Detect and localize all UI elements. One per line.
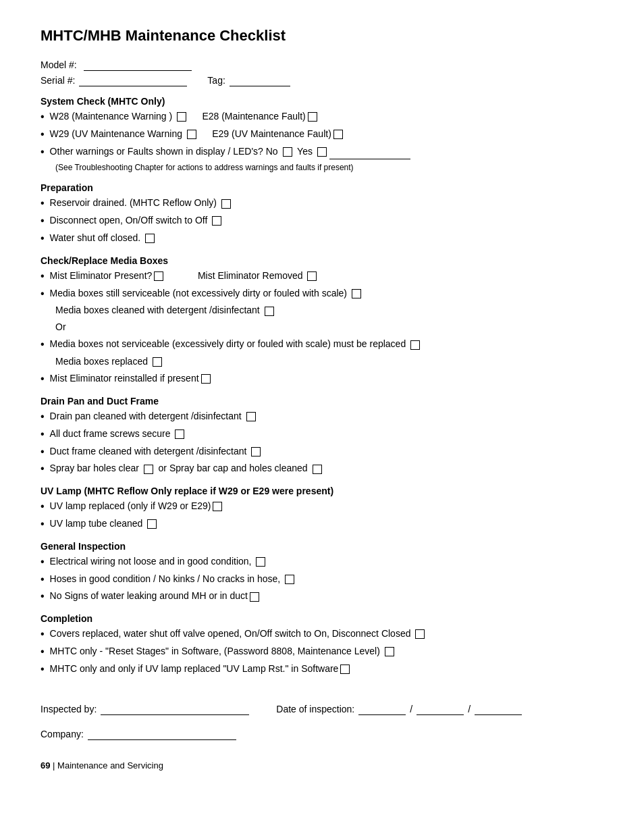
checkbox-w29[interactable] [187,130,196,139]
tag-field: Tag: [207,75,290,86]
preparation-list: • Reservoir drained. (MHTC Reflow Only) … [41,196,603,245]
item-content: MHTC only - "Reset Stages" in Software, … [50,644,603,658]
list-item: • Other warnings or Faults shown in disp… [41,145,603,159]
item-content: MHTC only and only if UV lamp replaced "… [50,662,603,676]
bullet-dot: • [41,645,45,659]
checkbox[interactable] [385,647,394,656]
item-content: Electrical wiring not loose and in good … [50,554,603,569]
checkbox[interactable] [313,465,322,474]
bullet-dot: • [41,110,45,124]
checkbox-w28[interactable] [177,112,186,122]
bullet-dot: • [41,555,45,569]
checkbox[interactable] [285,575,294,584]
checkbox-e29[interactable] [333,130,343,139]
tag-label: Tag: [207,75,225,86]
completion-list: • Covers replaced, water shut off valve … [41,627,603,676]
bullet-dot: • [41,197,45,211]
checkbox[interactable] [153,357,162,367]
checkbox[interactable] [410,340,420,350]
footer: Inspected by: Date of inspection: / / Co… [41,704,603,740]
system-check-list: • W28 (Maintenance Warning ) E28 (Mainte… [41,109,603,159]
item-content: W28 (Maintenance Warning ) E28 (Maintena… [50,109,603,124]
checkbox[interactable] [250,592,259,602]
item-content: Mist Eliminator Present? Mist Eliminator… [50,269,603,283]
page-number: 69 [41,760,50,771]
checkbox[interactable] [256,557,265,567]
company-field: Company: [41,729,603,740]
model-underline[interactable] [84,59,192,71]
list-item: • No Signs of water leaking around MH or… [41,589,603,604]
date-part2[interactable] [417,704,464,715]
item-content: Media boxes still serviceable (not exces… [50,286,603,301]
bullet-dot: • [41,445,45,459]
item-content: No Signs of water leaking around MH or i… [50,589,603,603]
list-item: • Media boxes still serviceable (not exc… [41,286,603,301]
checkbox[interactable] [145,234,155,243]
general-list: • Electrical wiring not loose and in goo… [41,554,603,604]
page-footer: 69 | Maintenance and Servicing [41,760,603,771]
serial-underline[interactable] [79,75,187,86]
checkbox[interactable] [154,271,163,281]
check-replace-title: Check/Replace Media Boxes [41,255,603,266]
system-check-title: System Check (MHTC Only) [41,96,603,107]
checkbox[interactable] [265,307,274,316]
checkbox[interactable] [246,412,256,421]
bullet-dot: • [41,372,45,386]
checkbox-yes[interactable] [317,147,327,157]
item-content: W29 (UV Maintenance Warning E29 (UV Main… [50,127,603,141]
tag-underline[interactable] [230,75,290,86]
item-content: Covers replaced, water shut off valve op… [50,627,603,641]
bullet-dot: • [41,145,45,159]
checkbox[interactable] [221,199,231,209]
list-item: • Duct frame cleaned with detergent /dis… [41,444,603,459]
checkbox[interactable] [340,664,350,674]
bullet-dot: • [41,573,45,587]
item-content: Hoses in good condition / No kinks / No … [50,572,603,586]
checkbox[interactable] [212,216,221,226]
list-item: • Water shut off closed. [41,231,603,246]
list-item: • MHTC only - "Reset Stages" in Software… [41,644,603,659]
serial-field: Serial #: [41,75,187,86]
checkbox-no[interactable] [283,147,292,157]
check-replace-list2: • Media boxes not serviceable (excessive… [41,337,603,352]
checkbox[interactable] [352,289,361,298]
bullet-dot: • [41,269,45,284]
checkbox[interactable] [251,447,261,457]
list-item: • Media boxes not serviceable (excessive… [41,337,603,352]
indent-item: Media boxes cleaned with detergent /disi… [41,303,603,317]
checkbox[interactable] [307,271,317,281]
date-part3[interactable] [475,704,522,715]
indent-item-or: Or [41,320,603,334]
list-item: • Mist Eliminator reinstalled if present [41,371,603,386]
bullet-dot: • [41,410,45,424]
item-content: Mist Eliminator reinstalled if present [50,371,603,386]
bullet-dot: • [41,627,45,642]
checkbox[interactable] [144,465,153,474]
checkbox[interactable] [147,519,157,529]
item-content: Other warnings or Faults shown in displa… [50,145,603,159]
completion-title: Completion [41,613,603,624]
list-item: • MHTC only and only if UV lamp replaced… [41,662,603,677]
uv-lamp-list: • UV lamp replaced (only if W29 or E29) … [41,499,603,531]
inspected-underline[interactable] [101,704,249,715]
date-part1[interactable] [358,704,406,715]
checkbox[interactable] [175,429,184,439]
model-label: Model #: [41,59,77,70]
item-content: Reservoir drained. (MHTC Reflow Only) [50,196,603,210]
serial-label: Serial #: [41,75,75,86]
page-section-label: Maintenance and Servicing [57,760,163,771]
bullet-dot: • [41,517,45,531]
item-content: Drain pan cleaned with detergent /disinf… [50,409,603,423]
bullet-dot: • [41,128,45,142]
inspected-field: Inspected by: [41,704,249,715]
checkbox[interactable] [213,502,222,511]
checkbox-e28[interactable] [308,112,317,122]
company-underline[interactable] [88,729,236,740]
checkbox[interactable] [415,629,425,639]
item-content: All duct frame screws secure [50,427,603,441]
bullet-dot: • [41,338,45,352]
checkbox[interactable] [201,374,211,384]
drain-pan-list: • Drain pan cleaned with detergent /disi… [41,409,603,476]
date-field: Date of inspection: / / [276,704,522,715]
item-content: UV lamp tube cleaned [50,517,603,531]
